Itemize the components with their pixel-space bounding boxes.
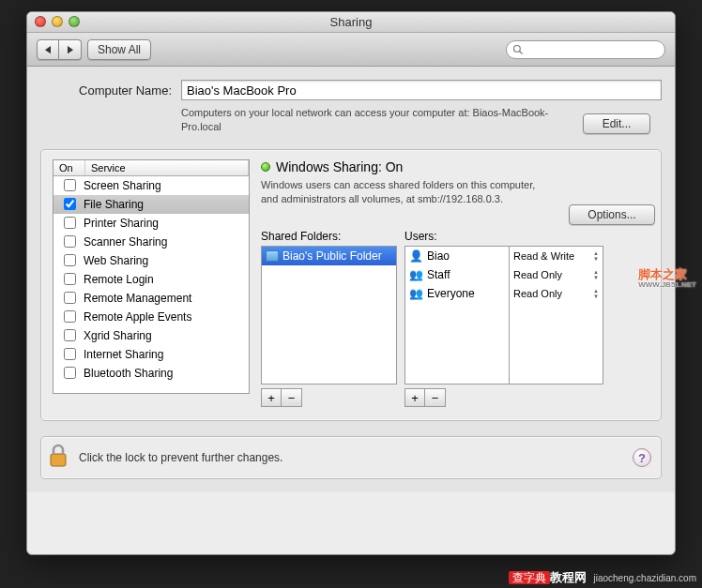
chevron-left-icon: ◀ bbox=[45, 43, 51, 55]
service-name: Bluetooth Sharing bbox=[82, 367, 173, 380]
toolbar: ◀ ▶ Show All bbox=[27, 33, 675, 67]
status-row: Windows Sharing: On bbox=[261, 159, 649, 174]
folder-icon bbox=[266, 250, 279, 262]
service-checkbox[interactable] bbox=[57, 217, 82, 229]
remove-user-button[interactable]: − bbox=[425, 388, 446, 407]
status-description: Windows users can access shared folders … bbox=[261, 178, 552, 206]
lists-row: Shared Folders: Biao's Public Folder + −… bbox=[261, 230, 649, 407]
service-row[interactable]: Web Sharing bbox=[53, 251, 249, 270]
body: Computer Name: Computers on your local n… bbox=[27, 67, 675, 492]
service-row[interactable]: File Sharing bbox=[53, 195, 249, 214]
service-name: Scanner Sharing bbox=[82, 235, 167, 249]
service-row[interactable]: Bluetooth Sharing bbox=[53, 364, 249, 383]
service-row[interactable]: Remote Apple Events bbox=[53, 308, 249, 326]
permission-row[interactable]: Read Only▲▼ bbox=[510, 284, 603, 303]
permission-label: Read Only bbox=[513, 288, 562, 299]
service-name: Remote Management bbox=[82, 292, 191, 305]
folders-list[interactable]: Biao's Public Folder bbox=[261, 246, 397, 384]
footer-watermark: 查字典教程网 jiaocheng.chazidian.com bbox=[509, 569, 696, 586]
remove-folder-button[interactable]: − bbox=[282, 388, 302, 407]
help-button[interactable]: ? bbox=[633, 448, 651, 467]
services-table: On Service Screen SharingFile SharingPri… bbox=[53, 159, 250, 394]
show-all-button[interactable]: Show All bbox=[87, 39, 151, 60]
permissions-list[interactable]: Read & Write▲▼Read Only▲▼Read Only▲▼ bbox=[510, 246, 603, 384]
permission-label: Read & Write bbox=[513, 250, 574, 262]
user-row[interactable]: 👥Everyone bbox=[405, 284, 509, 303]
service-checkbox[interactable] bbox=[57, 292, 82, 304]
titlebar: Sharing bbox=[27, 12, 675, 33]
detail-column: Windows Sharing: On Windows users can ac… bbox=[261, 159, 649, 408]
stepper-icon[interactable]: ▲▼ bbox=[593, 288, 599, 299]
header-service[interactable]: Service bbox=[85, 160, 249, 175]
status-dot-icon bbox=[261, 162, 270, 172]
service-checkbox[interactable] bbox=[57, 329, 82, 341]
service-name: File Sharing bbox=[82, 198, 144, 211]
add-folder-button[interactable]: + bbox=[261, 388, 282, 407]
user-name: Everyone bbox=[427, 287, 475, 300]
service-checkbox[interactable] bbox=[57, 273, 82, 285]
computer-name-field[interactable] bbox=[181, 80, 662, 100]
add-user-button[interactable]: + bbox=[404, 388, 425, 407]
stepper-icon[interactable]: ▲▼ bbox=[593, 250, 599, 262]
service-checkbox[interactable] bbox=[57, 198, 82, 210]
service-row[interactable]: Internet Sharing bbox=[53, 345, 249, 364]
minimize-icon[interactable] bbox=[52, 16, 63, 27]
service-row[interactable]: Remote Login bbox=[53, 270, 249, 289]
user-row[interactable]: 👥Staff bbox=[405, 265, 509, 284]
service-checkbox[interactable] bbox=[57, 235, 82, 248]
service-name: Remote Apple Events bbox=[82, 310, 191, 324]
computer-name-row: Computer Name: bbox=[40, 80, 662, 100]
service-checkbox[interactable] bbox=[57, 254, 82, 266]
service-row[interactable]: Screen Sharing bbox=[53, 176, 249, 195]
svg-rect-2 bbox=[51, 454, 66, 466]
service-name: Internet Sharing bbox=[82, 348, 163, 361]
close-icon[interactable] bbox=[35, 16, 46, 27]
service-name: Remote Login bbox=[82, 273, 154, 286]
chevron-right-icon: ▶ bbox=[68, 43, 73, 55]
forward-button[interactable]: ▶ bbox=[59, 39, 82, 60]
service-checkbox[interactable] bbox=[57, 310, 82, 323]
options-button[interactable]: Options... bbox=[569, 204, 655, 225]
services-header: On Service bbox=[53, 160, 249, 176]
services-column: On Service Screen SharingFile SharingPri… bbox=[53, 159, 250, 408]
user-name: Biao bbox=[427, 249, 450, 263]
service-row[interactable]: Printer Sharing bbox=[53, 214, 249, 233]
watermark: 脚本之家WWW.JB51.NET bbox=[638, 268, 696, 290]
folder-row[interactable]: Biao's Public Folder bbox=[262, 247, 396, 265]
permission-label: Read Only bbox=[513, 269, 562, 280]
permission-row[interactable]: Read & Write▲▼ bbox=[510, 247, 603, 265]
preferences-window: Sharing ◀ ▶ Show All Computer Name: Comp… bbox=[26, 11, 676, 555]
service-row[interactable]: Remote Management bbox=[53, 289, 249, 308]
user-icon: 👥 bbox=[409, 268, 423, 281]
user-row[interactable]: 👤Biao bbox=[405, 247, 509, 265]
service-checkbox[interactable] bbox=[57, 179, 82, 191]
users-addrem: + − bbox=[404, 388, 603, 407]
svg-line-1 bbox=[520, 51, 523, 53]
lock-row: Click the lock to prevent further change… bbox=[40, 436, 662, 479]
header-on[interactable]: On bbox=[53, 160, 85, 175]
users-list[interactable]: 👤Biao👥Staff👥Everyone bbox=[404, 246, 510, 384]
folders-label: Shared Folders: bbox=[261, 230, 397, 243]
service-checkbox[interactable] bbox=[57, 367, 82, 379]
svg-point-0 bbox=[514, 45, 521, 52]
edit-button[interactable]: Edit... bbox=[583, 113, 650, 134]
lock-icon[interactable] bbox=[47, 443, 69, 473]
user-name: Staff bbox=[427, 268, 450, 281]
user-icon: 👥 bbox=[409, 287, 423, 300]
main-panel: On Service Screen SharingFile SharingPri… bbox=[40, 149, 662, 422]
nav-segment: ◀ ▶ bbox=[37, 39, 82, 60]
zoom-icon[interactable] bbox=[69, 16, 80, 27]
service-name: Web Sharing bbox=[82, 254, 148, 267]
user-icon: 👤 bbox=[409, 249, 423, 263]
window-title: Sharing bbox=[27, 15, 675, 29]
service-row[interactable]: Xgrid Sharing bbox=[53, 326, 249, 345]
users-column: Users: 👤Biao👥Staff👥Everyone Read & Write… bbox=[404, 230, 603, 407]
service-name: Xgrid Sharing bbox=[82, 329, 152, 342]
service-row[interactable]: Scanner Sharing bbox=[53, 233, 249, 251]
back-button[interactable]: ◀ bbox=[37, 39, 59, 60]
search-input[interactable] bbox=[506, 40, 665, 59]
permission-row[interactable]: Read Only▲▼ bbox=[510, 265, 603, 284]
status-label: Windows Sharing: On bbox=[276, 159, 403, 174]
service-checkbox[interactable] bbox=[57, 348, 82, 360]
stepper-icon[interactable]: ▲▼ bbox=[593, 269, 599, 280]
